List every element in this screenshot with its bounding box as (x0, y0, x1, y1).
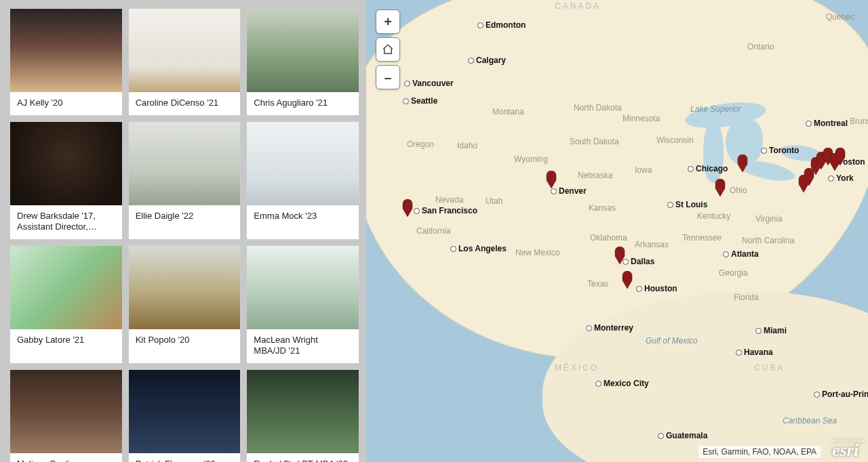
map-attribution: Esri, Garmin, FAO, NOAA, EPA (698, 446, 821, 458)
pin-dallas-n[interactable] (614, 247, 626, 264)
map-pin-icon (401, 199, 414, 217)
pin-sf[interactable] (401, 199, 414, 217)
card-thumbnail (247, 246, 359, 329)
card-thumbnail (129, 9, 241, 92)
card-caption: MacLean Wright MBA/JD '21 (247, 329, 359, 363)
pin-denver[interactable] (545, 171, 557, 188)
gallery-grid: AJ Kelly '20Caroline DiCenso '21Chris Ag… (9, 8, 359, 462)
card-caption: Chris Agugliaro '21 (247, 92, 359, 115)
gallery-card[interactable]: Emma Mock '23 (246, 121, 359, 240)
card-caption: Gabby Latore '21 (10, 329, 122, 352)
gallery-card[interactable]: AJ Kelly '20 (9, 8, 123, 116)
card-thumbnail (247, 9, 359, 92)
card-thumbnail (247, 122, 359, 205)
card-caption: AJ Kelly '20 (10, 92, 122, 115)
home-icon (382, 43, 394, 56)
gallery-card[interactable]: Patrick Flanagan '20 (128, 369, 241, 462)
card-caption: Drew Barksdale '17, Assistant Director,… (10, 205, 122, 239)
gallery-card[interactable]: Ellie Daigle '22 (128, 121, 241, 240)
pin-ohio-a[interactable] (714, 179, 726, 196)
card-thumbnail (129, 246, 241, 329)
zoom-out-button[interactable]: – (376, 65, 400, 89)
gallery-card[interactable]: MacLean Wright MBA/JD '21 (246, 245, 359, 364)
map-pin-icon (736, 154, 749, 172)
zoom-controls: + – (376, 9, 400, 89)
app-root: AJ Kelly '20Caroline DiCenso '21Chris Ag… (0, 0, 868, 462)
pin-houston[interactable] (621, 271, 633, 289)
gallery-card[interactable]: Caroline DiCenso '21 (128, 8, 241, 116)
esri-logo: POWERED BY esri (832, 439, 865, 461)
pin-ohio-b[interactable] (736, 154, 749, 172)
card-caption: Ellie Daigle '22 (129, 205, 241, 228)
card-thumbnail (10, 122, 122, 205)
gallery-panel: AJ Kelly '20Caroline DiCenso '21Chris Ag… (0, 0, 366, 462)
card-thumbnail (247, 370, 359, 453)
home-button[interactable] (376, 37, 400, 62)
gallery-card[interactable]: Kit Popolo '20 (128, 245, 241, 364)
card-thumbnail (129, 122, 241, 205)
card-caption: Emma Mock '23 (247, 205, 359, 228)
map-pin-icon (714, 179, 726, 196)
gallery-card[interactable]: Gabby Latore '21 (9, 245, 123, 364)
card-caption: Rachel Bird PT MBA '23 (247, 453, 359, 462)
zoom-in-button[interactable]: + (376, 9, 400, 34)
map-pin-icon (614, 247, 626, 264)
card-thumbnail (10, 370, 122, 453)
pin-boston-c[interactable] (834, 148, 846, 165)
gallery-card[interactable]: Drew Barksdale '17, Assistant Director,… (9, 121, 123, 240)
map-panel[interactable]: EdmontonCalgaryVancouverSeattleMontrealT… (366, 0, 868, 462)
gallery-card[interactable]: Rachel Bird PT MBA '23 (246, 369, 359, 462)
card-caption: Kit Popolo '20 (129, 329, 241, 352)
lake-michigan (703, 122, 724, 183)
card-caption: Patrick Flanagan '20 (129, 453, 241, 462)
gallery-scroll[interactable]: AJ Kelly '20Caroline DiCenso '21Chris Ag… (0, 0, 366, 462)
gallery-card[interactable]: Melissa Gaglia (9, 369, 123, 462)
card-thumbnail (129, 370, 241, 453)
map-pin-icon (621, 271, 633, 289)
gallery-card[interactable]: Chris Agugliaro '21 (246, 8, 359, 116)
card-thumbnail (10, 9, 122, 92)
map-pin-icon (834, 148, 846, 165)
card-caption: Melissa Gaglia (10, 453, 122, 462)
card-caption: Caroline DiCenso '21 (129, 92, 241, 115)
card-thumbnail (10, 246, 122, 329)
map-pin-icon (545, 171, 557, 188)
